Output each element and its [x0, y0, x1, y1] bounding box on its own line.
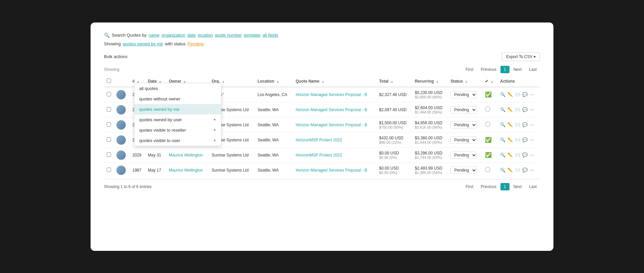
search-action-icon[interactable]: 🔍	[500, 122, 505, 127]
edit-action-icon[interactable]: ✏️	[507, 92, 513, 97]
quote-name-link[interactable]: Horizon Managed Services Proposal - B	[296, 168, 367, 173]
edit-action-icon[interactable]: ✏️	[507, 168, 513, 173]
dropdown-item-label: all quotes	[139, 86, 158, 91]
edit-action-icon[interactable]: ✏️	[507, 137, 513, 142]
recurring-col-header[interactable]: Recurring ▲	[412, 76, 448, 87]
search-action-icon[interactable]: 🔍	[500, 137, 505, 142]
dropdown-quotes-without-owner[interactable]: quotes without owner	[135, 94, 221, 104]
comment-action-icon[interactable]: 💬	[522, 122, 528, 127]
approved-check-icon[interactable]: ✅	[485, 137, 492, 143]
status-select[interactable]: Pending	[450, 136, 477, 144]
search-action-icon[interactable]: 🔍	[500, 107, 505, 112]
table-header-row: Showing First Previous 1 Next Last	[104, 64, 540, 75]
not-approved-circle[interactable]	[485, 167, 490, 172]
row-checkbox[interactable]	[107, 168, 111, 172]
search-by-quote-number[interactable]: quote number	[215, 33, 242, 38]
more-action-icon[interactable]: ⋯	[530, 122, 534, 127]
approved-cell	[482, 102, 497, 117]
row-checkbox[interactable]	[107, 152, 111, 157]
comment-action-icon[interactable]: 💬	[522, 168, 528, 173]
dropdown-all-quotes[interactable]: all quotes	[135, 83, 221, 94]
filter-owner-link[interactable]: quotes owned by me	[123, 41, 163, 46]
owner-link[interactable]: Maurice Wellington	[169, 153, 203, 157]
more-action-icon[interactable]: ⋯	[530, 137, 534, 142]
email-action-icon[interactable]: ✉️	[515, 168, 520, 173]
approved-check-icon[interactable]: ✅	[485, 92, 492, 97]
total-col-header[interactable]: Total ▲	[376, 76, 412, 87]
status-select[interactable]: Pending	[450, 106, 477, 113]
quote-date-cell: May 31	[145, 147, 166, 163]
search-by-template[interactable]: template	[244, 33, 261, 38]
quote-name-link[interactable]: Horizon Managed Services Proposal - B	[296, 123, 367, 127]
status-select[interactable]: Pending	[450, 121, 477, 129]
status-select[interactable]: Pending	[450, 91, 477, 98]
edit-action-icon[interactable]: ✏️	[507, 152, 513, 157]
row-checkbox[interactable]	[107, 122, 111, 127]
email-action-icon[interactable]: ✉️	[515, 137, 520, 142]
owner-link[interactable]: Maurice Wellington	[169, 168, 203, 173]
page-1-button-bottom[interactable]: 1	[500, 183, 509, 190]
row-checkbox[interactable]	[107, 107, 111, 111]
comment-action-icon[interactable]: 💬	[522, 137, 528, 142]
approved-check-icon[interactable]: ✅	[485, 152, 492, 158]
dropdown-quotes-owned-by-me[interactable]: quotes owned by me	[135, 104, 221, 115]
bulk-actions: Bulk actions	[104, 54, 127, 59]
edit-action-icon[interactable]: ✏️	[507, 107, 513, 112]
search-action-icon[interactable]: 🔍	[500, 92, 505, 97]
more-action-icon[interactable]: ⋯	[530, 152, 534, 157]
location-cell: Los Angeles, CA	[255, 87, 293, 102]
page-1-button-top[interactable]: 1	[500, 66, 509, 73]
previous-page-button-top[interactable]: Previous	[477, 66, 500, 73]
search-by-all-fields[interactable]: all fields	[263, 33, 278, 38]
last-page-button-bottom[interactable]: Last	[526, 183, 540, 190]
dropdown-quotes-owned-by-user[interactable]: quotes owned by user ▼	[135, 115, 221, 125]
email-action-icon[interactable]: ✉️	[515, 92, 520, 97]
more-action-icon[interactable]: ⋯	[530, 168, 534, 173]
row-checkbox[interactable]	[107, 137, 111, 142]
first-page-button-top[interactable]: First	[462, 66, 477, 73]
select-all-checkbox[interactable]	[107, 79, 111, 83]
search-action-icon[interactable]: 🔍	[500, 152, 505, 157]
status-select[interactable]: Pending	[450, 151, 477, 159]
search-action-icon[interactable]: 🔍	[500, 168, 505, 173]
edit-action-icon[interactable]: ✏️	[507, 122, 513, 127]
comment-action-icon[interactable]: 💬	[522, 107, 528, 112]
not-approved-circle[interactable]	[485, 106, 490, 112]
email-action-icon[interactable]: ✉️	[515, 152, 520, 157]
dropdown-quotes-visible-to-reseller[interactable]: quotes visible to reseller ▼	[135, 125, 221, 135]
row-checkbox-cell	[104, 102, 114, 117]
next-page-button-bottom[interactable]: Next	[510, 183, 525, 190]
total-main: $2,087.40 USD	[379, 107, 409, 112]
search-by-name[interactable]: name	[149, 33, 160, 38]
chevron-right-icon: ▼	[213, 118, 216, 122]
quote-name-link[interactable]: Horizon Managed Services Proposal - B	[296, 107, 367, 112]
comment-action-icon[interactable]: 💬	[522, 152, 528, 157]
location-col-header[interactable]: Location ▲	[255, 76, 293, 87]
quote-name-link[interactable]: HorizonMSP Protect 2022	[296, 138, 342, 142]
export-csv-button[interactable]: Export To CSV ▾	[502, 52, 540, 61]
quote-name-link[interactable]: Horizon Managed Services Proposal - B	[296, 92, 367, 97]
status-select[interactable]: Pending	[450, 167, 477, 174]
not-approved-circle[interactable]	[485, 122, 490, 127]
row-checkbox[interactable]	[107, 92, 111, 96]
previous-page-button-bottom[interactable]: Previous	[477, 183, 500, 190]
email-action-icon[interactable]: ✉️	[515, 107, 520, 112]
more-action-icon[interactable]: ⋯	[530, 92, 534, 97]
search-by-location[interactable]: location	[198, 33, 213, 38]
search-by-date[interactable]: date	[187, 33, 196, 38]
quote-name-link[interactable]: HorizonMSP Protect 2022	[296, 153, 342, 157]
filter-status-link[interactable]: Pending	[187, 41, 204, 46]
total-main: $2,327.46 USD	[379, 92, 409, 97]
more-action-icon[interactable]: ⋯	[530, 107, 534, 112]
dropdown-quotes-visible-to-user[interactable]: quotes visible to user ▼	[135, 135, 221, 146]
comment-action-icon[interactable]: 💬	[522, 92, 528, 97]
quote-name-col-header[interactable]: Quote Name ▲	[293, 76, 376, 87]
email-action-icon[interactable]: ✉️	[515, 122, 520, 127]
status-col-header[interactable]: Status ▲	[448, 76, 482, 87]
next-page-button-top[interactable]: Next	[510, 66, 525, 73]
first-page-button-bottom[interactable]: First	[462, 183, 477, 190]
last-page-button-top[interactable]: Last	[526, 66, 540, 73]
search-by-organization[interactable]: organization	[162, 33, 185, 38]
approved-col-header[interactable]: ✔ ▲	[482, 76, 497, 87]
select-all-checkbox-header[interactable]	[104, 76, 114, 87]
